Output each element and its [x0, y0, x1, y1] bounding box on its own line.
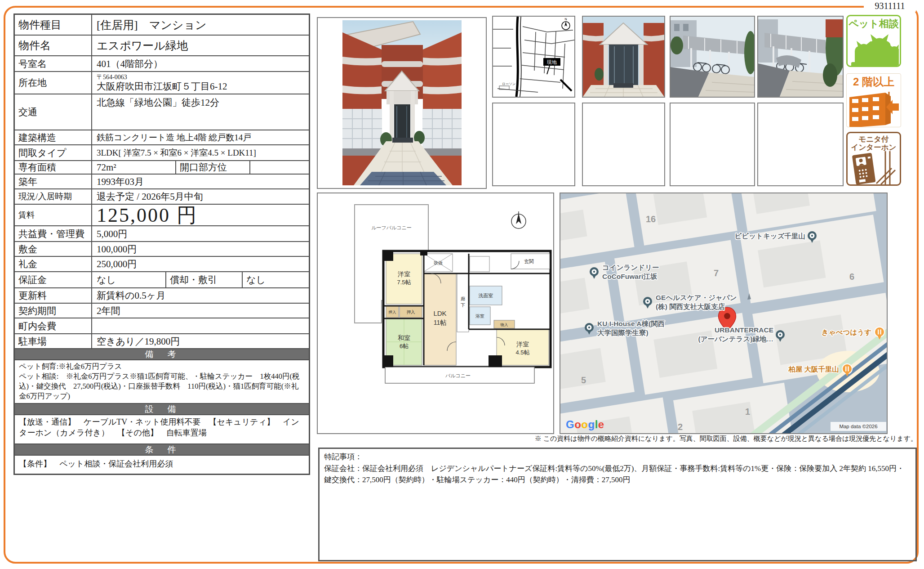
row-property-name: 物件名 エスポワール緑地	[15, 36, 309, 56]
row-label: 契約期間	[15, 304, 92, 318]
pets-icon	[848, 31, 899, 67]
row-label: 専有面積	[15, 161, 92, 174]
room-storage: 物入	[500, 323, 509, 327]
row-value: 北急線「緑地公園」徒歩12分	[92, 94, 309, 130]
row-area: 専有面積 72m² 開口部方位	[15, 161, 309, 175]
badge-pet-consultation: ペット相談	[846, 15, 901, 67]
row-label: 保証金	[15, 272, 92, 287]
badge-floor-label: 2 階以上	[847, 75, 901, 89]
equipment-text: 【放送・通信】 ケーブルTV・ネット使用料不要 【セキュリティ】 インターホン（…	[15, 415, 309, 444]
poi-label: ビビットキッズ千里山	[734, 232, 805, 240]
poi-label: URBANTERRACE	[715, 326, 773, 334]
entrance-photo	[583, 17, 664, 97]
row-value: 3LDK[ 洋室7.5 × 和室6 × 洋室4.5 × LDK11]	[92, 145, 309, 160]
row-key-money: 礼金 250,000円	[15, 257, 309, 272]
special-notes-body: 保証会社：保証会社利用必須 レジデンシャルパートナーズ保証料:賃料等の50%(最…	[324, 463, 911, 486]
room-hallway-1: 廊	[461, 296, 465, 301]
row-sublabel: 償却・敷引	[165, 272, 242, 287]
special-notes-box: 特記事項： 保証会社：保証会社利用必須 レジデンシャルパートナーズ保証料:賃料等…	[318, 448, 917, 561]
poi-label: (アーバンテラス)緑地…	[698, 335, 773, 343]
poi-label: KU I-House A棟(関西	[597, 320, 665, 327]
row-town-fee: 町内会費	[15, 318, 309, 334]
google-logo: Google	[566, 418, 604, 431]
row-value: 72m²	[92, 161, 175, 174]
badge-monitor-intercom: モニタ付 インターホン	[846, 132, 901, 186]
room-hallway-2: 下	[461, 303, 465, 308]
row-common-fee: 共益費・管理費 5,000円	[15, 226, 309, 242]
special-notes-title: 特記事項：	[324, 451, 911, 463]
minimap-conv-label: ローソン	[502, 82, 516, 86]
row-property-type: 物件種目 [住居用] マンション	[15, 15, 309, 36]
row-value: 空きあり／19,800円	[92, 334, 309, 348]
minimap-north: N	[564, 18, 567, 21]
bicycle-parking-photo-2	[758, 17, 843, 97]
site-marker-label: 現地	[546, 59, 557, 65]
row-renewal-fee: 更新料 新賃料の0.5ヶ月	[15, 288, 309, 304]
photo-main-exterior	[317, 17, 487, 189]
badge-intercom-label-2: インターホン	[848, 143, 900, 151]
map-block-16: 16	[646, 214, 656, 224]
map-block-7: 7	[714, 268, 719, 278]
photo-area-sketch-map: N 現地 ローソン	[492, 16, 575, 98]
room-western2-size: 4.5帖	[515, 349, 529, 356]
bicycle-parking-photo	[671, 17, 754, 97]
google-map: 16 7 6 5 1 2	[560, 193, 888, 434]
row-label: 物件名	[15, 36, 92, 55]
photo-placeholder-1	[492, 103, 575, 186]
equipment-body: 【放送・通信】 ケーブルTV・ネット使用料不要 【セキュリティ】 インターホン（…	[15, 415, 309, 444]
row-value: 1993年03月	[92, 175, 309, 188]
room-bath: 浴室	[475, 314, 484, 318]
room-washroom: 洗面室	[479, 293, 493, 298]
row-sublabel: 開口部方位	[175, 161, 249, 174]
row-rent: 賃料 125,000 円	[15, 205, 309, 226]
remarks-line2: ペット相談: ※礼金6万円プラス※猫1匹飼育可能、・駐輪ステッカー 1枚440円…	[19, 372, 305, 401]
row-subvalue: なし	[242, 272, 309, 287]
poi-label: (株) 関西支社大阪支店	[656, 303, 725, 310]
google-letter: e	[598, 418, 604, 430]
row-value: 250,000円	[92, 257, 309, 271]
poi-label: CoCoFuwari江坂	[602, 273, 657, 280]
google-letter: g	[588, 418, 595, 430]
room-western1-size: 7.5帖	[397, 279, 411, 286]
row-label: 更新料	[15, 288, 92, 303]
row-label: 交通	[15, 94, 92, 130]
floorplan-drawing: ルーフバルコニー	[318, 193, 553, 433]
disclaimer-text: ※ この資料は物件の概略紹介資料になります。写真、間取図面、設備、概要などが現況…	[317, 435, 917, 443]
row-label: 号室名	[15, 56, 92, 71]
row-built: 築年 1993年03月	[15, 175, 309, 189]
conditions-text: 【条件】 ペット相談・保証会社利用必須	[15, 456, 309, 474]
remarks-text: ペット飼育:※礼金6万円プラス ペット相談: ※礼金6万円プラス※猫1匹飼育可能…	[15, 360, 309, 404]
map-copyright: Map data ©2026	[831, 422, 886, 431]
row-label: 現況/入居時期	[15, 189, 92, 204]
map-canvas: 16 7 6 5 1 2	[560, 193, 887, 433]
badge-second-floor-up: 2 階以上	[846, 73, 901, 127]
address-text: 大阪府吹田市江坂町５丁目6-12	[97, 81, 227, 92]
row-value: 〒564-0063 大阪府吹田市江坂町５丁目6-12	[92, 72, 309, 94]
row-label: 礼金	[15, 257, 92, 271]
row-parking: 駐車場 空きあり／19,800円	[15, 334, 309, 349]
row-label: 町内会費	[15, 318, 92, 333]
google-letter: o	[581, 418, 588, 430]
row-label: 共益費・管理費	[15, 226, 92, 241]
row-value: 新賃料の0.5ヶ月	[92, 288, 309, 303]
room-ldk: LDK	[433, 309, 446, 317]
photo-entrance	[582, 16, 665, 98]
building-floor-icon	[848, 89, 900, 127]
map-block-6: 6	[849, 272, 854, 282]
intercom-icon	[848, 151, 899, 184]
room-void: 吹抜	[434, 260, 443, 265]
row-label: 賃料	[15, 205, 92, 225]
photo-bicycle-parking-2	[757, 16, 844, 98]
google-letter: o	[574, 418, 581, 430]
row-contract-term: 契約期間 2年間	[15, 304, 309, 318]
row-value: 鉄筋コンクリート造 地上4階 総戸数14戸	[92, 130, 309, 144]
row-value: なし	[92, 272, 165, 287]
postal-code: 〒564-0063	[97, 74, 127, 81]
room-japanese: 和室	[398, 334, 410, 341]
property-table: 物件種目 [住居用] マンション 物件名 エスポワール緑地 号室名 401（4階…	[13, 13, 310, 475]
building-exterior-photo	[318, 18, 486, 188]
photo-bicycle-parking-1	[670, 16, 755, 98]
row-value: 100,000円	[92, 242, 309, 256]
poi-label: 大学国際学生寮)	[597, 329, 649, 336]
room-western1: 洋室	[398, 270, 410, 278]
